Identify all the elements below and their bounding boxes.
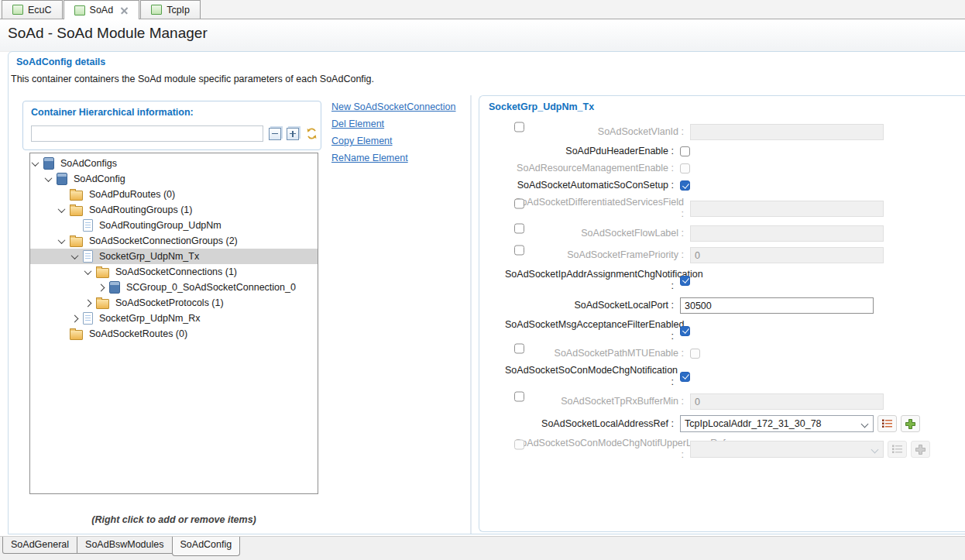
tab-label: TcpIp — [167, 5, 190, 15]
soadsocketsoconmodechgnotifupperlayerref-combobox — [690, 441, 884, 458]
form-row-soadsocketframepriority: SoAdSocketFramePriority : — [479, 247, 965, 263]
chevron-down-icon[interactable] — [32, 159, 39, 167]
soadresourcemanagementenable-checkbox — [680, 163, 690, 173]
form-row-soadsocketautomaticsoconsetup: SoAdSocketAutomaticSoConSetup : — [479, 180, 965, 191]
soadsocketipaddrassignmentchgnotification-checkbox[interactable] — [680, 276, 690, 286]
choose-reference-button[interactable] — [877, 415, 897, 432]
combobox-value: TcpIpLocalAddr_172_31_30_78 — [685, 418, 822, 429]
tree-item-soadroutinggroup-udpnm[interactable]: SoAdRoutingGroup_UdpNm — [30, 218, 318, 233]
action-link-copy-element[interactable]: Copy Element — [331, 136, 456, 146]
tree-item-soadconfigs[interactable]: SoAdConfigs — [30, 156, 318, 171]
editor-tab-ecuc[interactable]: EcuC — [2, 0, 63, 19]
action-link-new-soadsocketconnection[interactable]: New SoAdSocketConnection — [331, 101, 456, 112]
param-enable-checkbox[interactable] — [514, 344, 524, 354]
chevron-down-icon[interactable] — [45, 174, 53, 182]
soadsocketsoconmodechgnotification-checkbox[interactable] — [680, 372, 690, 382]
container-tree: SoAdConfigsSoAdConfigSoAdPduRoutes (0)So… — [29, 153, 318, 494]
tree-item-socketgrp-udpnm-tx[interactable]: SocketGrp_UdpNm_Tx — [30, 249, 318, 264]
plus-icon — [915, 445, 926, 455]
param-enable-checkbox[interactable] — [514, 224, 524, 234]
list-icon — [882, 419, 892, 428]
collapse-all-icon[interactable] — [269, 128, 281, 140]
chevron-down-icon[interactable] — [58, 236, 66, 244]
add-reference-button[interactable] — [901, 415, 920, 432]
title-bar: SoAd - SoAd Module Manager — [0, 19, 965, 52]
details-section: SoAdConfig details This container contai… — [8, 51, 965, 534]
form-rows: SoAdSocketVlanId :SoAdPduHeaderEnable :S… — [479, 124, 965, 461]
section-description: This container containers the SoAd modul… — [11, 74, 374, 84]
form-row-soadsocketdifferentiatedservicesfield: SoAdSocketDifferentiatedServicesField : — [479, 197, 965, 220]
document-icon — [83, 219, 93, 232]
form-row-soadpduheaderenable: SoAdPduHeaderEnable : — [479, 146, 965, 157]
choose-reference-button — [888, 441, 907, 458]
tab-label: SoAdBswModules — [85, 539, 163, 550]
document-icon — [83, 250, 93, 263]
action-link-rename-element[interactable]: ReName Element — [331, 153, 456, 163]
param-enable-checkbox[interactable] — [514, 198, 524, 208]
action-link-del-element[interactable]: Del Element — [331, 119, 456, 129]
tree-item-soadconfig[interactable]: SoAdConfig — [30, 171, 318, 187]
chevron-right-icon[interactable] — [98, 283, 105, 291]
hierarchy-panel: Container Hierarchical information: — [22, 101, 321, 150]
refresh-icon[interactable] — [306, 128, 318, 139]
form-row-soadsocketipaddrassignmentchgnotification: SoAdSocketIpAddrAssignmentChgNotificatio… — [479, 269, 965, 292]
tree-item-soadpduroutes-0[interactable]: SoAdPduRoutes (0) — [30, 187, 318, 202]
tree-item-soadsocketconnections-1[interactable]: SoAdSocketConnections (1) — [30, 264, 318, 280]
field-label: SoAdSocketLocalPort : — [505, 300, 674, 311]
tree-item-soadsocketprotocols-1[interactable]: SoAdSocketProtocols (1) — [30, 295, 318, 311]
form-row-soadsocketlocalport: SoAdSocketLocalPort : — [479, 297, 965, 314]
tree-item-soadroutinggroups-1[interactable]: SoAdRoutingGroups (1) — [30, 202, 318, 218]
soadsocketlocaladdressref-combobox[interactable]: TcpIpLocalAddr_172_31_30_78 — [680, 415, 874, 432]
tree-item-label: SoAdSocketRoutes (0) — [88, 328, 189, 339]
tree-item-label: SoAdSocketConnections (1) — [114, 266, 239, 277]
folder-icon — [70, 206, 83, 216]
field-label: SoAdSocketDifferentiatedServicesField : — [515, 197, 684, 220]
add-reference-button — [911, 441, 930, 458]
field-label: SoAdSocketFramePriority : — [515, 249, 684, 261]
folder-icon — [70, 330, 83, 340]
chevron-right-icon[interactable] — [71, 314, 79, 322]
tree-item-soadsocketroutes-0[interactable]: SoAdSocketRoutes (0) — [30, 326, 318, 342]
chevron-down-icon[interactable] — [84, 267, 92, 275]
plus-icon — [905, 419, 915, 429]
form-row-soadsocketmsgacceptancefilterenabled: SoAdSocketMsgAcceptanceFilterEnabled : — [479, 319, 965, 342]
bottom-tab-soadbswmodules[interactable]: SoAdBswModules — [77, 537, 172, 554]
close-icon[interactable] — [120, 6, 129, 15]
soadsocketpathmtuenable-checkbox — [690, 349, 700, 359]
chevron-down-icon[interactable] — [58, 205, 66, 213]
bottom-tab-soadgeneral[interactable]: SoAdGeneral — [2, 537, 77, 554]
soadsocketvlanid-input — [690, 124, 884, 140]
field-label: SoAdSocketFlowLabel : — [515, 228, 684, 239]
expand-all-icon[interactable] — [287, 128, 299, 140]
soadpduheaderenable-checkbox[interactable] — [680, 146, 690, 156]
tree-item-scgroup-0-soadsocketconnection-0[interactable]: SCGroup_0_SoAdSocketConnection_0 — [30, 280, 318, 295]
param-enable-checkbox[interactable] — [514, 122, 524, 132]
soadsocketlocalport-input[interactable] — [680, 297, 874, 314]
module-icon — [109, 281, 120, 294]
param-enable-checkbox[interactable] — [514, 246, 524, 256]
form-row-soadsocketsoconmodechgnotification: SoAdSocketSoConModeChgNotification : — [479, 365, 965, 388]
tree-item-label: SoAdPduRoutes (0) — [88, 189, 177, 200]
chevron-down-icon[interactable] — [71, 252, 79, 259]
field-label: SoAdSocketSoConModeChgNotification : — [505, 365, 674, 388]
soadsocketautomaticsoconsetup-checkbox[interactable] — [680, 180, 690, 191]
param-enable-checkbox[interactable] — [514, 392, 524, 402]
document-icon — [83, 312, 93, 325]
tree-item-soadsocketconnectiongroups-2[interactable]: SoAdSocketConnectionGroups (2) — [30, 233, 318, 249]
form-row-soadsocketflowlabel: SoAdSocketFlowLabel : — [479, 225, 965, 242]
field-label: SoAdSocketSoConModeChgNotifUpperLayerRef… — [515, 438, 684, 461]
editor-tab-tcpip[interactable]: TcpIp — [140, 0, 201, 19]
soadsocketmsgacceptancefilterenabled-checkbox[interactable] — [680, 326, 690, 336]
tree-item-label: SoAdConfigs — [59, 158, 118, 169]
module-icon — [12, 5, 23, 15]
soadsocketdifferentiatedservicesfield-input — [690, 201, 884, 217]
tree-filter-input[interactable] — [31, 125, 263, 142]
field-label: SoAdSocketMsgAcceptanceFilterEnabled : — [505, 319, 674, 342]
tree-item-socketgrp-udpnm-rx[interactable]: SocketGrp_UdpNm_Rx — [30, 311, 318, 326]
editor-tab-bar: EcuCSoAdTcpIp — [0, 0, 965, 19]
page-title: SoAd - SoAd Module Manager — [8, 25, 208, 42]
module-icon — [74, 5, 85, 15]
editor-tab-soad[interactable]: SoAd — [64, 0, 140, 19]
chevron-right-icon[interactable] — [84, 299, 92, 307]
bottom-tab-soadconfig[interactable]: SoAdConfig — [172, 537, 241, 556]
